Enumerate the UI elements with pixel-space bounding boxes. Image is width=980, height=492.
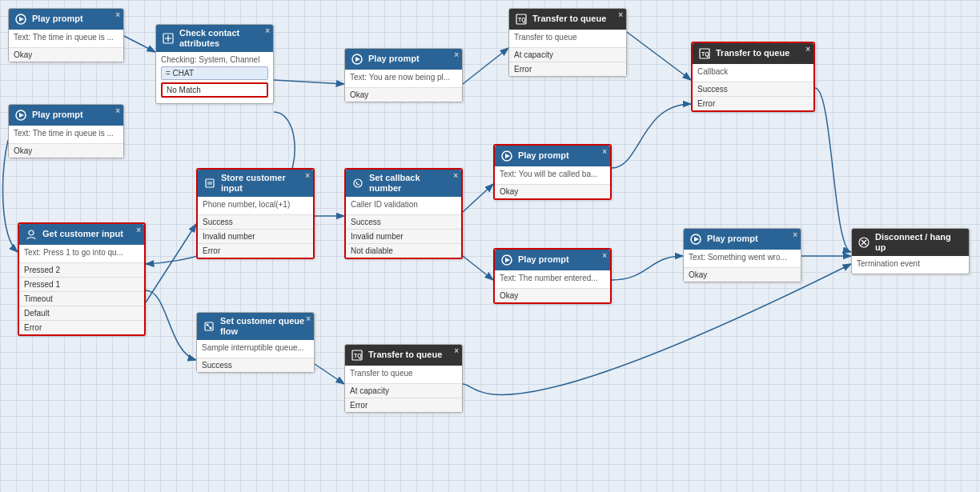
node-header: Set customer queueflow × [197, 313, 314, 340]
node-body: Sample interruptible queue... [197, 340, 314, 358]
output-okay[interactable]: Okay [9, 143, 123, 158]
node-body: Text: The time in queue is ... [9, 30, 123, 47]
node-title: Check contactattributes [179, 28, 239, 49]
play-icon [689, 232, 703, 246]
output-okay[interactable]: Okay [495, 288, 610, 302]
play-prompt-node-2: Play prompt × Text: The time in queue is… [8, 104, 124, 158]
node-title: Disconnect / hang up [875, 232, 964, 253]
output-timeout[interactable]: Timeout [19, 291, 144, 306]
disconnect-node: Disconnect / hang up Termination event [851, 228, 970, 274]
close-button[interactable]: × [618, 10, 623, 19]
output-success[interactable]: Success [693, 82, 813, 96]
output-okay[interactable]: Okay [345, 87, 462, 102]
node-body: Text: The number entered... [495, 270, 610, 288]
close-button[interactable]: × [805, 45, 810, 54]
sub-text: Callback [697, 67, 809, 76]
node-body: Caller ID validation [346, 197, 461, 214]
store-icon [203, 176, 217, 190]
body-text: Text: You will be called ba... [500, 170, 605, 178]
close-button[interactable]: × [265, 26, 270, 35]
node-body: Transfer to queue [345, 366, 462, 383]
close-button[interactable]: × [602, 147, 607, 156]
node-body: Text: The time in queue is ... [9, 126, 123, 143]
output-at-capacity[interactable]: At capacity [345, 383, 462, 398]
output-okay[interactable]: Okay [684, 267, 801, 282]
node-header: Play prompt × [495, 146, 610, 166]
output-pressed2[interactable]: Pressed 2 [19, 262, 144, 277]
node-header: Store customerinput × [198, 170, 313, 197]
play-icon [350, 52, 364, 66]
close-button[interactable]: × [602, 251, 607, 260]
node-header: Play prompt × [9, 9, 123, 30]
close-button[interactable]: × [454, 346, 459, 355]
transfer-queue-node-3: TQ Transfer to queue × Transfer to queue… [344, 344, 463, 413]
play-prompt-number-entered-node: Play prompt × Text: The number entered..… [493, 248, 612, 304]
flow-canvas: Play prompt × Text: The time in queue is… [0, 0, 980, 492]
sub-text: Transfer to queue [514, 33, 621, 42]
node-header: TQ Transfer to queue × [345, 345, 462, 366]
store-customer-input-node: Store customerinput × Phone number, loca… [196, 168, 315, 259]
connections-layer [0, 0, 980, 492]
svg-line-26 [207, 325, 211, 328]
node-title: Play prompt [32, 14, 83, 24]
svg-point-18 [354, 179, 362, 187]
output-not-dialable[interactable]: Not dialable [346, 243, 461, 258]
body-text: Sample interruptible queue... [202, 343, 309, 352]
svg-marker-20 [505, 154, 510, 158]
output-default[interactable]: Default [19, 306, 144, 320]
node-title: Transfer to queue [716, 48, 789, 58]
transfer-queue-node-1: TQ Transfer to queue × Transfer to queue… [508, 8, 627, 77]
close-button[interactable]: × [305, 171, 310, 180]
close-button[interactable]: × [306, 314, 311, 323]
output-error[interactable]: Error [345, 398, 462, 412]
node-title: Play prompt [518, 150, 569, 161]
close-button[interactable]: × [453, 171, 458, 180]
callback-icon [351, 176, 365, 190]
output-error[interactable]: Error [693, 96, 813, 110]
output-error[interactable]: Error [19, 320, 144, 334]
close-button[interactable]: × [115, 10, 120, 19]
svg-text:TQ: TQ [354, 353, 362, 359]
node-header: Disconnect / hang up [852, 229, 969, 256]
svg-marker-4 [19, 113, 24, 118]
output-error[interactable]: Error [509, 62, 626, 76]
close-button[interactable]: × [115, 106, 120, 115]
node-title: Transfer to queue [532, 14, 606, 24]
close-button[interactable]: × [136, 226, 141, 234]
set-customer-queue-flow-node: Set customer queueflow × Sample interrup… [196, 312, 315, 373]
output-success[interactable]: Success [197, 358, 314, 372]
node-body: Termination event [852, 256, 969, 274]
output-success[interactable]: Success [198, 214, 313, 229]
node-header: TQ Transfer to queue × [693, 43, 813, 64]
output-invalid[interactable]: Invalid number [346, 229, 461, 243]
play-prompt-node-1: Play prompt × Text: The time in queue is… [8, 8, 124, 62]
sub-text: Transfer to queue [350, 369, 457, 378]
node-body: Text: You will be called ba... [495, 166, 610, 184]
node-body: Text: Something went wro... [684, 250, 801, 267]
transfer-icon: TQ [350, 348, 364, 362]
body-text: Text: Something went wro... [689, 253, 796, 262]
output-pressed1[interactable]: Pressed 1 [19, 277, 144, 291]
node-header: Check contactattributes × [156, 25, 273, 52]
play-prompt-callback-node: Play prompt × Text: You will be called b… [493, 144, 612, 200]
set-callback-number-node: Set callbacknumber × Caller ID validatio… [344, 168, 463, 259]
node-header: Play prompt × [9, 105, 123, 126]
node-body: Transfer to queue [509, 30, 626, 47]
play-icon [500, 253, 514, 267]
output-invalid[interactable]: Invalid number [198, 229, 313, 243]
get-customer-input-node: Get customer input × Text: Press 1 to go… [18, 222, 146, 336]
check-icon [161, 31, 175, 46]
output-okay[interactable]: Okay [495, 184, 610, 198]
svg-marker-9 [355, 57, 360, 62]
output-at-capacity[interactable]: At capacity [509, 47, 626, 62]
output-success[interactable]: Success [346, 214, 461, 229]
output-error[interactable]: Error [198, 243, 313, 258]
node-body: Phone number, local(+1) [198, 197, 313, 214]
play-icon [14, 12, 28, 26]
close-button[interactable]: × [793, 230, 797, 239]
node-title: Set customer queueflow [220, 316, 304, 337]
node-body: Text: Press 1 to go into qu... [19, 245, 144, 262]
play-icon [500, 149, 514, 163]
output-okay[interactable]: Okay [9, 47, 123, 62]
close-button[interactable]: × [454, 50, 459, 59]
